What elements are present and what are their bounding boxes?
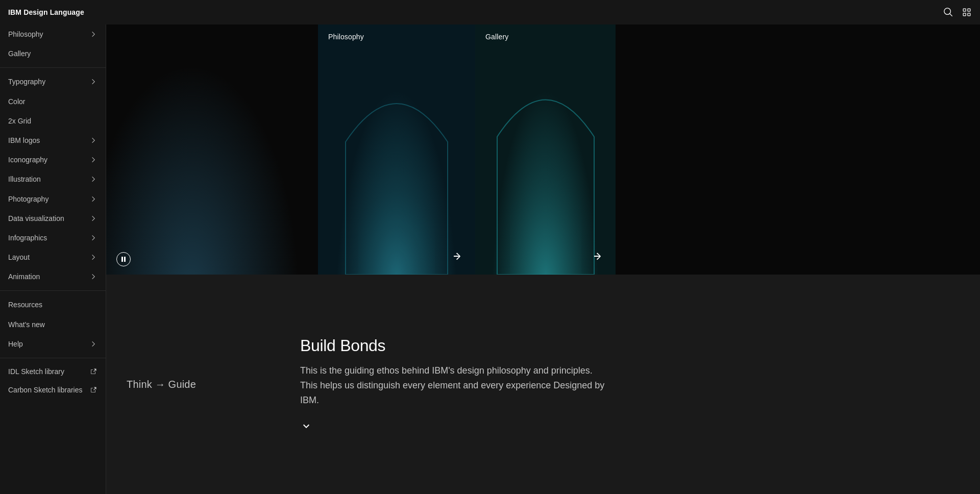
sidebar-item-gallery[interactable]: Gallery bbox=[0, 44, 106, 63]
arrow-right-icon bbox=[592, 251, 602, 261]
philosophy-text-block: Build Bonds This is the guiding ethos be… bbox=[270, 336, 960, 432]
gallery-arrow[interactable] bbox=[589, 248, 605, 264]
sidebar-divider-3 bbox=[0, 358, 106, 358]
arrow-right-icon bbox=[452, 251, 462, 261]
topbar-icons bbox=[943, 7, 972, 17]
hero-panel-darkest bbox=[616, 24, 980, 275]
hero-panel-dark[interactable] bbox=[106, 24, 318, 275]
chevron-icon bbox=[89, 30, 97, 38]
hero-gallery-label: Gallery bbox=[485, 33, 508, 41]
svg-rect-0 bbox=[121, 257, 123, 262]
chevron-icon bbox=[89, 156, 97, 164]
hero-panel-gallery[interactable]: Gallery bbox=[475, 24, 616, 275]
sidebar-item-infographics[interactable]: Infographics bbox=[0, 228, 106, 248]
external-link-icon bbox=[89, 367, 97, 376]
topbar-title: IBM Design Language bbox=[8, 8, 84, 16]
search-icon[interactable] bbox=[943, 7, 953, 17]
sidebar-item-idl-sketch[interactable]: IDL Sketch library bbox=[0, 362, 106, 381]
chevron-icon bbox=[89, 136, 97, 144]
svg-rect-1 bbox=[124, 257, 126, 262]
chevron-icon bbox=[89, 195, 97, 203]
sidebar-item-typography[interactable]: Typography bbox=[0, 72, 106, 91]
chevron-icon bbox=[89, 214, 97, 223]
topbar: IBM Design Language bbox=[0, 0, 980, 24]
philosophy-description: This is the guiding ethos behind IBM's d… bbox=[300, 363, 606, 407]
sidebar-item-animation[interactable]: Animation bbox=[0, 267, 106, 286]
pause-button[interactable] bbox=[116, 252, 131, 266]
arrow-down-icon bbox=[300, 420, 312, 432]
grid-icon[interactable] bbox=[962, 7, 972, 17]
arch-shape-teal bbox=[484, 60, 607, 275]
philosophy-arrow[interactable] bbox=[449, 248, 465, 264]
sidebar: Philosophy Gallery Typography Color 2x G… bbox=[0, 24, 106, 494]
philosophy-title: Build Bonds bbox=[300, 336, 960, 355]
chevron-icon bbox=[89, 253, 97, 261]
scroll-down-arrow[interactable] bbox=[300, 420, 960, 432]
sidebar-item-layout[interactable]: Layout bbox=[0, 248, 106, 267]
sidebar-divider-1 bbox=[0, 67, 106, 68]
site-title: Design Language bbox=[23, 8, 84, 16]
think-guide-text: Think → Guide bbox=[127, 379, 270, 390]
sidebar-item-ibm-logos[interactable]: IBM logos bbox=[0, 131, 106, 150]
hero-philosophy-label: Philosophy bbox=[328, 33, 364, 41]
chevron-icon bbox=[89, 340, 97, 348]
chevron-icon bbox=[89, 234, 97, 242]
sidebar-item-help[interactable]: Help bbox=[0, 334, 106, 354]
content-area: Philosophy bbox=[106, 24, 980, 494]
sidebar-item-2x-grid[interactable]: 2x Grid bbox=[0, 111, 106, 131]
sidebar-divider-2 bbox=[0, 290, 106, 291]
hero-panels: Philosophy bbox=[106, 24, 980, 275]
sidebar-item-data-visualization[interactable]: Data visualization bbox=[0, 209, 106, 228]
sidebar-item-resources[interactable]: Resources bbox=[0, 295, 106, 314]
chevron-icon bbox=[89, 175, 97, 183]
external-link-icon bbox=[89, 386, 97, 394]
sidebar-item-iconography[interactable]: Iconography bbox=[0, 150, 106, 169]
arch-shape bbox=[330, 60, 463, 275]
brand-name: IBM bbox=[8, 8, 21, 16]
sidebar-item-color[interactable]: Color bbox=[0, 92, 106, 111]
sidebar-item-illustration[interactable]: Illustration bbox=[0, 169, 106, 189]
sidebar-item-whats-new[interactable]: What's new bbox=[0, 315, 106, 334]
chevron-icon bbox=[89, 273, 97, 281]
hero-panel-philosophy[interactable]: Philosophy bbox=[318, 24, 475, 275]
sidebar-item-carbon-sketch[interactable]: Carbon Sketch libraries bbox=[0, 381, 106, 399]
main-layout: Philosophy Gallery Typography Color 2x G… bbox=[0, 24, 980, 494]
pause-icon bbox=[120, 256, 127, 262]
chevron-icon bbox=[89, 78, 97, 86]
sidebar-item-photography[interactable]: Photography bbox=[0, 189, 106, 209]
bottom-content: Think → Guide Build Bonds This is the gu… bbox=[106, 275, 980, 494]
sidebar-item-philosophy[interactable]: Philosophy bbox=[0, 24, 106, 44]
